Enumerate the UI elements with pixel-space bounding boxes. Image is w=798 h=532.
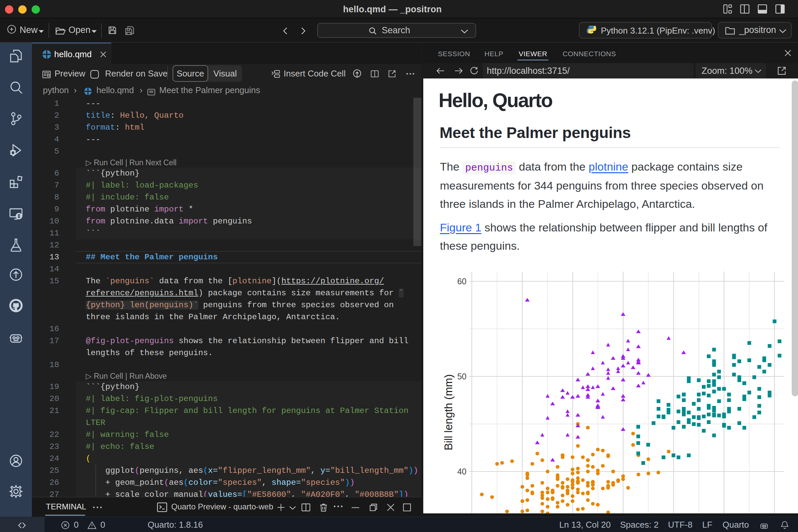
svg-text:Bill length (mm): Bill length (mm): [442, 374, 455, 450]
svg-text:40: 40: [457, 467, 467, 476]
svg-text:50: 50: [457, 372, 467, 381]
svg-text:60: 60: [457, 277, 467, 286]
